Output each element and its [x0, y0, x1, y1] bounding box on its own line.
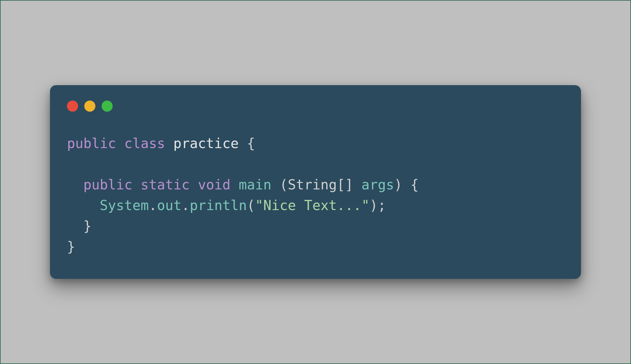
brace-open: {: [247, 135, 255, 151]
keyword-class: class: [124, 135, 165, 151]
paren-open: (: [280, 177, 288, 192]
class-name: practice: [173, 135, 239, 151]
brace-close: }: [67, 239, 75, 254]
code-content: public class practice { public static vo…: [67, 133, 564, 257]
string-literal: "Nice Text...": [255, 197, 370, 213]
dot: .: [149, 197, 157, 213]
code-window: public class practice { public static vo…: [50, 85, 581, 279]
type-name: String[]: [288, 177, 353, 192]
brace-open: {: [411, 177, 419, 192]
method-println: println: [190, 197, 247, 213]
close-icon[interactable]: [67, 101, 78, 112]
keyword-static: static: [140, 177, 190, 192]
minimize-icon[interactable]: [84, 101, 95, 112]
keyword-public: public: [83, 177, 132, 192]
paren-close: ): [370, 197, 378, 213]
brace-close: }: [83, 218, 92, 234]
object-out: out: [157, 197, 181, 213]
object-system: System: [100, 197, 149, 213]
window-controls: [67, 101, 564, 112]
dot: .: [182, 197, 190, 213]
keyword-void: void: [198, 177, 231, 192]
method-name: main: [239, 177, 271, 192]
keyword-public: public: [67, 135, 116, 151]
semicolon: ;: [378, 197, 386, 213]
maximize-icon[interactable]: [102, 101, 113, 112]
paren-open: (: [247, 197, 255, 213]
param-name: args: [361, 177, 394, 192]
paren-close: ): [394, 177, 403, 192]
